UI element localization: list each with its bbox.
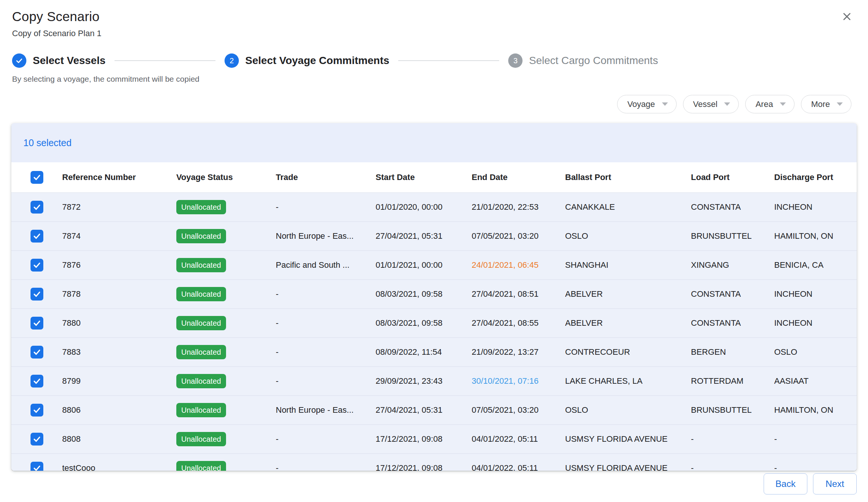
row-checkbox[interactable]	[31, 259, 43, 272]
step-select-vessels[interactable]: Select Vessels	[12, 53, 105, 68]
end-date-cell: 21/01/2020, 22:53	[472, 202, 565, 212]
chevron-down-icon	[780, 102, 786, 106]
start-date-cell: 29/09/2021, 23:43	[376, 376, 472, 386]
row-checkbox[interactable]	[31, 375, 43, 388]
step-number: 3	[508, 53, 523, 68]
status-badge: Unallocated	[176, 287, 226, 301]
step-select-voyage-commitments[interactable]: 2 Select Voyage Commitments	[225, 53, 389, 68]
row-checkbox[interactable]	[31, 288, 43, 301]
column-header-load-port: Load Port	[691, 172, 774, 182]
table-row[interactable]: 7876 Unallocated Pacific and South ... 0…	[11, 250, 857, 279]
check-icon	[32, 406, 41, 415]
trade-cell: -	[276, 376, 376, 386]
row-checkbox[interactable]	[31, 201, 43, 214]
check-icon	[32, 435, 41, 444]
trade-cell: -	[276, 318, 376, 328]
table-row[interactable]: testCooo Unallocated - 17/12/2021, 09:08…	[11, 453, 857, 471]
table-header-row: Reference Number Voyage Status Trade Sta…	[11, 162, 857, 192]
table-row[interactable]: 7872 Unallocated - 01/01/2020, 00:00 21/…	[11, 192, 857, 221]
row-checkbox[interactable]	[31, 230, 43, 243]
ballast-port-cell: OSLO	[565, 231, 691, 241]
discharge-port-cell: INCHEON	[774, 202, 857, 212]
ballast-port-cell: SHANGHAI	[565, 260, 691, 270]
modal-header: Copy Scenario Copy of Scenario Plan 1	[0, 0, 868, 38]
table-row[interactable]: 7880 Unallocated - 08/03/2021, 09:58 27/…	[11, 308, 857, 337]
table-row[interactable]: 7878 Unallocated - 08/03/2021, 09:58 27/…	[11, 279, 857, 308]
end-date-cell: 21/09/2022, 13:27	[472, 347, 565, 357]
filter-label: Vessel	[693, 99, 718, 109]
row-checkbox[interactable]	[31, 346, 43, 359]
start-date-cell: 17/12/2021, 09:08	[376, 434, 472, 444]
trade-cell: -	[276, 347, 376, 357]
close-button[interactable]	[839, 8, 855, 25]
filter-area-button[interactable]: Area	[745, 95, 794, 113]
trade-cell: North Europe - Eas...	[276, 231, 376, 241]
close-icon	[841, 11, 853, 23]
end-date-cell: 27/04/2021, 08:55	[472, 318, 565, 328]
discharge-port-cell: BENICIA, CA	[774, 260, 857, 270]
row-checkbox[interactable]	[31, 433, 43, 446]
trade-cell: North Europe - Eas...	[276, 405, 376, 415]
start-date-cell: 08/09/2022, 11:54	[376, 347, 472, 357]
reference-number-cell: 7880	[62, 318, 176, 328]
load-port-cell: BRUNSBUTTEL	[691, 405, 774, 415]
check-icon	[32, 203, 41, 212]
filter-more-button[interactable]: More	[801, 95, 851, 113]
stepper-connector	[398, 60, 499, 61]
start-date-cell: 01/01/2021, 00:00	[376, 260, 472, 270]
table-row[interactable]: 8799 Unallocated - 29/09/2021, 23:43 30/…	[11, 366, 857, 395]
stepper: Select Vessels 2 Select Voyage Commitmen…	[12, 53, 856, 68]
table-row[interactable]: 7874 Unallocated North Europe - Eas... 2…	[11, 221, 857, 250]
filter-voyage-button[interactable]: Voyage	[617, 95, 676, 113]
reference-number-cell: 7874	[62, 231, 176, 241]
load-port-cell: -	[691, 463, 774, 471]
table-row[interactable]: 7883 Unallocated - 08/09/2022, 11:54 21/…	[11, 337, 857, 366]
filter-bar: Voyage Vessel Area More	[12, 95, 851, 113]
discharge-port-cell: INCHEON	[774, 289, 857, 299]
status-badge: Unallocated	[176, 200, 226, 214]
ballast-port-cell: ABELVER	[565, 318, 691, 328]
load-port-cell: ROTTERDAM	[691, 376, 774, 386]
discharge-port-cell: INCHEON	[774, 318, 857, 328]
check-icon	[32, 464, 41, 471]
start-date-cell: 08/03/2021, 09:58	[376, 289, 472, 299]
start-date-cell: 01/01/2020, 00:00	[376, 202, 472, 212]
ballast-port-cell: OSLO	[565, 405, 691, 415]
check-icon	[32, 319, 41, 328]
row-checkbox[interactable]	[31, 317, 43, 330]
selection-banner: 10 selected	[11, 123, 857, 162]
ballast-port-cell: CANAKKALE	[565, 202, 691, 212]
stepper-connector	[115, 60, 215, 61]
row-checkbox[interactable]	[31, 462, 43, 471]
check-icon	[32, 348, 41, 357]
table-row[interactable]: 8808 Unallocated - 17/12/2021, 09:08 04/…	[11, 424, 857, 453]
step-label: Select Vessels	[33, 55, 105, 67]
chevron-down-icon	[837, 102, 843, 106]
table-body: 7872 Unallocated - 01/01/2020, 00:00 21/…	[11, 192, 857, 471]
page-title: Copy Scenario	[12, 9, 856, 24]
reference-number-cell: 7878	[62, 289, 176, 299]
ballast-port-cell: USMSY FLORIDA AVENUE	[565, 434, 691, 444]
table-row[interactable]: 8806 Unallocated North Europe - Eas... 2…	[11, 395, 857, 424]
end-date-cell: 04/01/2022, 05:11	[472, 434, 565, 444]
filter-vessel-button[interactable]: Vessel	[683, 95, 739, 113]
trade-cell: -	[276, 434, 376, 444]
back-button[interactable]: Back	[764, 473, 807, 494]
end-date-cell: 27/04/2021, 08:51	[472, 289, 565, 299]
filter-label: More	[811, 99, 830, 109]
discharge-port-cell: HAMILTON, ON	[774, 231, 857, 241]
status-badge: Unallocated	[176, 403, 226, 417]
select-all-checkbox[interactable]	[31, 171, 43, 184]
selected-count: 10 selected	[23, 137, 72, 148]
step-label: Select Voyage Commitments	[245, 55, 389, 67]
row-checkbox[interactable]	[31, 404, 43, 417]
next-button[interactable]: Next	[813, 473, 857, 494]
load-port-cell: CONSTANTA	[691, 289, 774, 299]
filter-label: Area	[755, 99, 773, 109]
step-select-cargo-commitments[interactable]: 3 Select Cargo Commitments	[508, 53, 658, 68]
reference-number-cell: 8799	[62, 376, 176, 386]
column-header-trade: Trade	[276, 172, 376, 182]
column-header-voyage-status: Voyage Status	[176, 172, 276, 182]
reference-number-cell: testCooo	[62, 463, 176, 471]
check-icon	[32, 232, 41, 241]
